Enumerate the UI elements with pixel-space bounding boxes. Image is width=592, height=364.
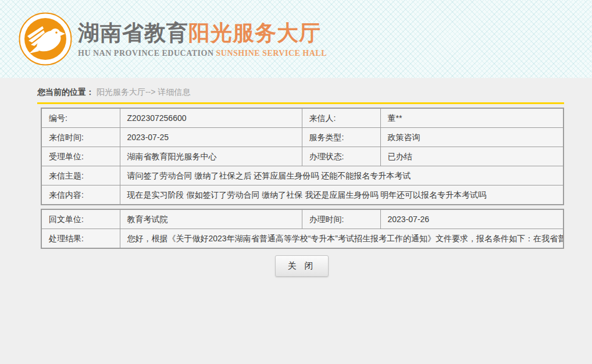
field-label-status: 办理状态: — [302, 147, 380, 166]
field-label-sender: 来信人: — [302, 108, 380, 128]
site-subtitle-en-gray: HU NAN PROVINCE EDUCATION — [78, 49, 214, 58]
field-value-letter-time: 2023-07-25 — [120, 128, 302, 147]
site-titles: 湖南省教育阳光服务大厅 HU NAN PROVINCE EDUCATIONSUN… — [78, 20, 327, 58]
field-value-accept-unit: 湖南省教育阳光服务中心 — [120, 147, 302, 166]
table-row: 处理结果: 您好，根据《关于做好2023年湖南省普通高等学校“专升本”考试招生报… — [41, 229, 564, 249]
site-title-cn-gray: 湖南省教育 — [78, 21, 188, 45]
field-value-content: 现在是实习阶段 假如签订了劳动合同 缴纳了社保 我还是应届生身份吗 明年还可以报… — [120, 185, 564, 205]
breadcrumb: 您当前的位置： 阳光服务大厅--> 详细信息 — [37, 83, 564, 104]
field-label-letter-time: 来信时间: — [41, 128, 120, 147]
button-row: 关 闭 — [41, 255, 563, 277]
table-row: 来信时间: 2023-07-25 服务类型: 政策咨询 — [41, 128, 564, 147]
field-value-handle-time: 2023-07-26 — [380, 209, 564, 229]
field-label-handle-time: 办理时间: — [302, 209, 380, 229]
breadcrumb-separator: --> — [145, 87, 156, 97]
table-row: 来信内容: 现在是实习阶段 假如签订了劳动合同 缴纳了社保 我还是应届生身份吗 … — [41, 185, 564, 205]
field-label-subject: 来信主题: — [41, 166, 120, 185]
page: 湖南省教育阳光服务大厅 HU NAN PROVINCE EDUCATIONSUN… — [0, 0, 592, 364]
site-header: 湖南省教育阳光服务大厅 HU NAN PROVINCE EDUCATIONSUN… — [0, 0, 592, 78]
field-label-reply-unit: 回文单位: — [41, 209, 120, 229]
breadcrumb-current: 详细信息 — [158, 87, 190, 97]
reply-info-table: 回文单位: 教育考试院 办理时间: 2023-07-26 处理结果: 您好，根据… — [41, 209, 564, 249]
site-logo — [19, 12, 72, 66]
field-value-status: 已办结 — [380, 147, 564, 166]
field-value-result: 您好，根据《关于做好2023年湖南省普通高等学校“专升本”考试招生报考工作的通知… — [120, 229, 564, 249]
site-subtitle-en: HU NAN PROVINCE EDUCATIONSUNSHINE SERVIC… — [78, 49, 327, 58]
breadcrumb-link-hall[interactable]: 阳光服务大厅 — [97, 87, 145, 97]
field-value-reply-unit: 教育考试院 — [120, 209, 302, 229]
field-value-subject: 请问签了劳动合同 缴纳了社保之后 还算应届生身份吗 还能不能报名专升本考试 — [120, 166, 564, 185]
table-row: 来信主题: 请问签了劳动合同 缴纳了社保之后 还算应届生身份吗 还能不能报名专升… — [41, 166, 564, 185]
close-button[interactable]: 关 闭 — [275, 255, 328, 277]
table-row: 回文单位: 教育考试院 办理时间: 2023-07-26 — [41, 209, 564, 229]
letter-info-table: 编号: Z202307256600 来信人: 董** 来信时间: 2023-07… — [41, 108, 564, 205]
table-row: 编号: Z202307256600 来信人: 董** — [41, 108, 564, 128]
field-value-number: Z202307256600 — [120, 108, 302, 128]
main-content: 您当前的位置： 阳光服务大厅--> 详细信息 编号: Z202307256600… — [0, 78, 592, 364]
site-title-cn-orange: 阳光服务大厅 — [188, 21, 321, 45]
field-label-service-type: 服务类型: — [302, 128, 380, 147]
site-title-cn: 湖南省教育阳光服务大厅 — [78, 21, 327, 46]
field-value-sender: 董** — [380, 108, 564, 128]
field-value-service-type: 政策咨询 — [380, 128, 564, 147]
field-label-result: 处理结果: — [41, 229, 120, 249]
field-label-number: 编号: — [41, 108, 120, 128]
table-row: 受理单位: 湖南省教育阳光服务中心 办理状态: 已办结 — [41, 147, 564, 166]
field-label-content: 来信内容: — [41, 185, 120, 205]
breadcrumb-label: 您当前的位置： — [37, 87, 94, 97]
field-label-accept-unit: 受理单位: — [41, 147, 120, 166]
dove-badge-icon — [19, 12, 72, 66]
site-subtitle-en-orange: SUNSHINE SERVICE HALL — [216, 49, 327, 58]
